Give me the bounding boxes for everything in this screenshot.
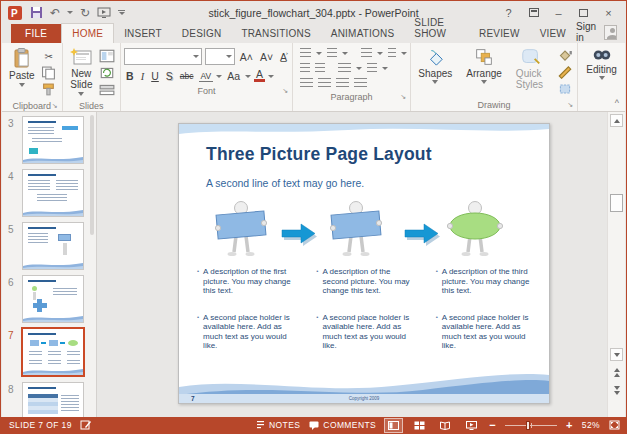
- character-spacing-button[interactable]: AV: [199, 71, 214, 82]
- font-color-button[interactable]: A: [254, 70, 265, 82]
- arrow-1-icon[interactable]: [281, 222, 317, 246]
- shapes-button[interactable]: Shapes: [413, 46, 457, 85]
- start-from-beginning-icon[interactable]: [97, 7, 111, 19]
- layout-icon[interactable]: [99, 49, 115, 63]
- shrink-font-icon[interactable]: A˅: [258, 51, 275, 63]
- zoom-in-button[interactable]: +: [566, 420, 573, 431]
- editing-dropdown-icon[interactable]: [599, 76, 605, 80]
- zoom-out-button[interactable]: −: [489, 420, 496, 431]
- stick-figure-3-green-oval[interactable]: [444, 200, 506, 260]
- grow-font-icon[interactable]: A˄: [238, 51, 255, 63]
- tab-slideshow[interactable]: SLIDE SHOW: [404, 13, 469, 43]
- minimize-button[interactable]: –: [548, 4, 569, 21]
- text-shadow-button[interactable]: S: [164, 70, 175, 82]
- tab-view[interactable]: VIEW: [530, 24, 576, 43]
- redo-icon[interactable]: ↻: [80, 7, 90, 19]
- text-direction-icon[interactable]: [388, 48, 396, 59]
- scroll-down-button[interactable]: [610, 348, 623, 361]
- new-slide-button[interactable]: New Slide: [66, 46, 98, 98]
- bold-button[interactable]: B: [124, 70, 136, 82]
- format-painter-icon[interactable]: [41, 83, 57, 97]
- italic-button[interactable]: I: [139, 71, 147, 82]
- undo-dropdown-icon[interactable]: [67, 11, 73, 14]
- maximize-button[interactable]: [573, 4, 594, 21]
- spell-check-notes-icon[interactable]: [80, 420, 92, 430]
- increase-indent-icon[interactable]: [315, 63, 325, 74]
- collapse-ribbon-icon[interactable]: ^: [615, 98, 619, 108]
- line-spacing-icon[interactable]: [361, 48, 372, 59]
- align-text-icon[interactable]: [338, 63, 351, 74]
- slide-title[interactable]: Three Picture Page Layout: [206, 144, 432, 165]
- current-slide[interactable]: Three Picture Page Layout A second line …: [178, 123, 550, 404]
- notes-toggle[interactable]: NOTES: [256, 420, 300, 430]
- customize-qat-icon[interactable]: [118, 10, 125, 15]
- stick-figure-2-blue-sign[interactable]: [325, 200, 387, 260]
- scroll-up-button[interactable]: [610, 114, 623, 127]
- zoom-slider-thumb[interactable]: [526, 421, 530, 430]
- arrange-dropdown-icon[interactable]: [481, 80, 487, 84]
- change-case-button[interactable]: Aa: [225, 70, 242, 82]
- shape-fill-icon[interactable]: [557, 48, 573, 62]
- comments-toggle[interactable]: COMMENTS: [309, 420, 376, 430]
- align-right-icon[interactable]: [336, 78, 349, 89]
- slide-scrollbar[interactable]: [607, 112, 625, 417]
- clipboard-dialog-launcher-icon[interactable]: ↘: [52, 102, 58, 110]
- reading-view-button[interactable]: [437, 419, 454, 432]
- underline-button[interactable]: U: [149, 70, 161, 82]
- new-slide-dropdown-icon[interactable]: [78, 92, 84, 96]
- clear-formatting-icon[interactable]: A̲͐: [278, 51, 289, 63]
- slideshow-view-button[interactable]: [463, 419, 480, 432]
- zoom-slider[interactable]: [505, 419, 557, 432]
- shape-effects-icon[interactable]: [557, 82, 573, 96]
- sign-in[interactable]: Sign in: [576, 21, 625, 43]
- normal-view-button[interactable]: [385, 419, 402, 432]
- font-dialog-launcher-icon[interactable]: ↘: [282, 87, 288, 95]
- thumbnail-scrollbar[interactable]: [90, 115, 94, 235]
- slide-sorter-view-button[interactable]: [411, 419, 428, 432]
- arrange-button[interactable]: Arrange: [461, 46, 507, 85]
- stick-figure-1-blue-sign[interactable]: [210, 200, 272, 260]
- save-icon[interactable]: [30, 6, 43, 19]
- shapes-dropdown-icon[interactable]: [432, 80, 438, 84]
- font-color-dropdown-icon[interactable]: [268, 75, 274, 78]
- column-1[interactable]: •A description of the first picture. You…: [197, 267, 298, 368]
- section-icon[interactable]: [99, 83, 115, 97]
- zoom-level[interactable]: 52%: [582, 420, 600, 430]
- smartart-convert-icon[interactable]: [367, 63, 377, 74]
- bullets-icon[interactable]: [300, 48, 311, 59]
- column-2[interactable]: •A description of the second picture. Yo…: [316, 267, 417, 368]
- drawing-dialog-launcher-icon[interactable]: ↘: [567, 101, 573, 109]
- font-size-combobox[interactable]: [205, 48, 234, 65]
- copy-icon[interactable]: [41, 66, 57, 80]
- align-left-icon[interactable]: [300, 78, 313, 89]
- quick-styles-button[interactable]: Quick Styles: [511, 46, 551, 91]
- numbering-icon[interactable]: [327, 48, 338, 59]
- column-3[interactable]: •A description of the third picture. You…: [436, 267, 537, 368]
- ribbon-display-options-button[interactable]: [523, 4, 544, 21]
- tab-transitions[interactable]: TRANSITIONS: [231, 24, 320, 43]
- arrow-2-icon[interactable]: [404, 222, 440, 246]
- next-slide-button[interactable]: [610, 384, 623, 397]
- scrollbar-thumb[interactable]: [610, 194, 623, 212]
- fit-to-window-icon[interactable]: [609, 420, 620, 430]
- decrease-indent-icon[interactable]: [300, 63, 310, 74]
- justify-icon[interactable]: [354, 78, 367, 89]
- tab-insert[interactable]: INSERT: [114, 24, 172, 43]
- paste-dropdown-icon[interactable]: [19, 83, 25, 87]
- previous-slide-button[interactable]: [610, 366, 623, 379]
- paste-button[interactable]: Paste: [5, 46, 39, 89]
- paragraph-dialog-launcher-icon[interactable]: ↘: [400, 93, 406, 101]
- cut-icon[interactable]: ✂: [41, 49, 57, 63]
- align-center-icon[interactable]: [318, 78, 331, 89]
- character-spacing-dropdown-icon[interactable]: [216, 75, 222, 78]
- tab-design[interactable]: DESIGN: [172, 24, 232, 43]
- close-button[interactable]: ×: [598, 4, 619, 21]
- strikethrough-button[interactable]: abc: [178, 71, 196, 81]
- tab-home[interactable]: HOME: [61, 23, 114, 43]
- editing-button[interactable]: Editing: [581, 46, 622, 81]
- slide-thumbnail-panel[interactable]: 3 4: [2, 112, 97, 417]
- reset-icon[interactable]: [99, 66, 115, 80]
- shape-outline-icon[interactable]: [557, 65, 573, 79]
- font-name-combobox[interactable]: [124, 48, 202, 65]
- tab-file[interactable]: FILE: [11, 24, 61, 43]
